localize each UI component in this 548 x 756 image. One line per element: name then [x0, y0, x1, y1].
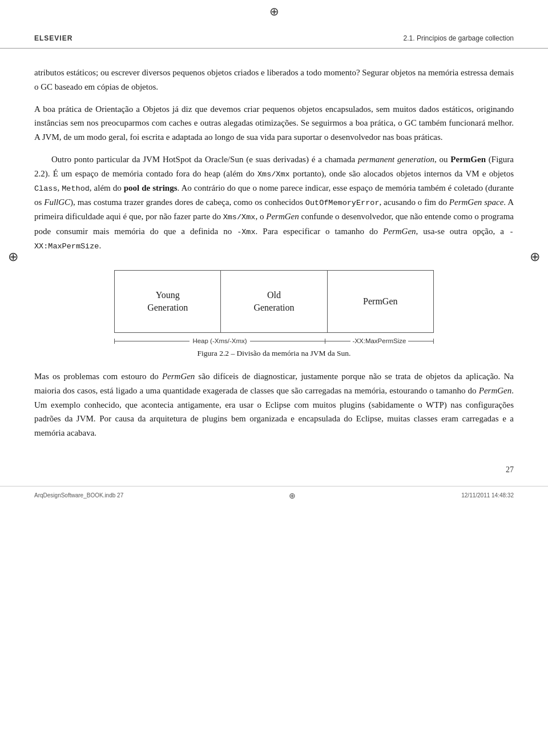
footer-datetime: 12/11/2011 14:48:32	[461, 492, 514, 498]
p3-text-11: , o	[255, 212, 266, 221]
p3-text-6: , além do	[90, 183, 124, 192]
p3-text-4: portanto), onde são alocados objetos int…	[290, 169, 514, 178]
young-generation-box: YoungGeneration	[115, 271, 221, 332]
permsize-label: -XX:MaxPermSize	[350, 337, 409, 344]
heap-label-area: Heap (-Xms/-Xmx)	[114, 337, 325, 344]
p3-text-14: , usa-se outra opção, a	[416, 227, 509, 236]
jvm-memory-diagram: YoungGeneration OldGeneration PermGen He…	[114, 270, 434, 358]
p3-italic-2: FullGC	[44, 198, 70, 207]
p3-mono-5: Xms/Xmx	[223, 213, 256, 222]
heap-label: Heap (-Xms/-Xmx)	[190, 337, 249, 344]
p3-text-1: Outro ponto particular da JVM HotSpot da…	[51, 155, 358, 164]
p3-bold-1: PermGen	[450, 155, 486, 164]
diagram-boxes: YoungGeneration OldGeneration PermGen	[114, 270, 434, 333]
p3-mono-3: Method	[62, 184, 90, 193]
permsize-label-area: -XX:MaxPermSize	[325, 337, 434, 344]
p4-text-1: Mas os problemas com estouro do	[34, 372, 162, 381]
p3-mono-1: Xms/Xmx	[257, 170, 290, 179]
footer-center-icon: ⊕	[289, 491, 296, 500]
figure-caption: Figura 2.2 – Divisão da memória na JVM d…	[114, 349, 434, 358]
p3-italic-1: permanent generation	[358, 155, 434, 164]
page-header: ELSEVIER 2.1. Princípios de garbage coll…	[0, 18, 548, 49]
main-body: ⊕ ⊕ atributos estáticos; ou escrever div…	[0, 49, 548, 465]
old-generation-box: OldGeneration	[221, 271, 327, 332]
p3-italic-4: PermGen	[266, 212, 299, 221]
paragraph-3: Outro ponto particular da JVM HotSpot da…	[34, 152, 514, 253]
paragraph-1: atributos estáticos; ou escrever diverso…	[34, 66, 514, 94]
perm-gen-box: PermGen	[328, 271, 433, 332]
page-content: atributos estáticos; ou escrever diverso…	[0, 49, 548, 465]
p3-mono-2: Class	[34, 184, 58, 193]
header-chapter-title: 2.1. Princípios de garbage collection	[404, 34, 514, 42]
page-footer: ArqDesignSoftware_BOOK.indb 27 ⊕ 12/11/2…	[0, 486, 548, 507]
p4-italic-2: PermGen	[479, 386, 511, 395]
p3-text-end: .	[99, 241, 101, 250]
p4-italic-1: PermGen	[162, 372, 195, 381]
page-number: 27	[0, 465, 548, 486]
p3-text-2: , ou	[434, 155, 450, 164]
p3-bold-2: pool de strings	[124, 183, 178, 192]
p3-italic-5: PermGen	[383, 227, 416, 236]
paragraph-2: A boa prática de Orientação a Objetos já…	[34, 102, 514, 144]
p3-mono-6: -Xmx	[237, 228, 255, 236]
left-margin-icon: ⊕	[8, 250, 18, 264]
paragraph-4: Mas os problemas com estouro do PermGen …	[34, 369, 514, 440]
right-margin-icon: ⊕	[530, 250, 540, 264]
top-decoration-icon: ⊕	[0, 0, 548, 18]
p3-text-13: . Para especificar o tamanho do	[256, 227, 384, 236]
p3-italic-3: PermGen space	[449, 198, 504, 207]
p3-mono-4: OutOfMemoryError	[305, 199, 380, 207]
p3-text-8: ), mas costuma trazer grandes dores de c…	[70, 198, 305, 207]
header-publisher: ELSEVIER	[34, 34, 72, 42]
footer-filename: ArqDesignSoftware_BOOK.indb 27	[34, 492, 123, 498]
p3-text-9: , acusando o fim do	[379, 198, 449, 207]
